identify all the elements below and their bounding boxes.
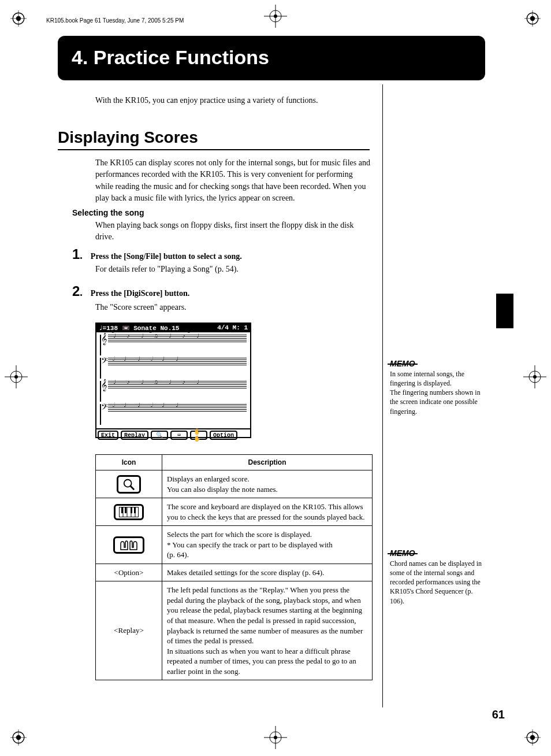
score-option-button[interactable]: Option bbox=[210, 431, 237, 440]
option-label: <Option> bbox=[96, 564, 162, 581]
hands-icon[interactable]: ✋✋ bbox=[190, 431, 207, 440]
memo-text: In some internal songs, the fingering is… bbox=[390, 370, 481, 416]
table-header-desc: Description bbox=[162, 455, 373, 470]
table-row: Displays an enlarged score.You can also … bbox=[96, 470, 373, 498]
step-1: 1. Press the [Song/File] button to selec… bbox=[72, 246, 373, 262]
step-1-body: For details refer to "Playing a Song" (p… bbox=[95, 265, 239, 274]
memo-note-2: MEMO Chord names can be displayed in som… bbox=[390, 548, 488, 606]
side-registration-icon bbox=[264, 726, 287, 751]
replay-label: <Replay> bbox=[96, 581, 162, 680]
score-time-sig: 4/4 bbox=[217, 324, 229, 331]
score-replay-button[interactable]: Replay bbox=[121, 431, 148, 440]
step-2: 2. Press the [DigiScore] button. bbox=[72, 283, 373, 299]
table-row: <Replay> The left pedal functions as the… bbox=[96, 581, 373, 680]
side-registration-icon bbox=[523, 365, 546, 391]
registration-mark-icon bbox=[524, 729, 541, 746]
svg-line-33 bbox=[131, 486, 134, 489]
step-2-body: The "Score screen" appears. bbox=[95, 303, 187, 312]
table-row: Selects the part for which the score is … bbox=[96, 526, 373, 564]
keyboard-icon bbox=[114, 504, 144, 520]
hands-icon bbox=[113, 536, 144, 554]
margin-divider bbox=[382, 84, 383, 707]
registration-mark-icon bbox=[524, 10, 541, 27]
side-registration-icon bbox=[264, 5, 287, 30]
svg-point-27 bbox=[274, 14, 277, 18]
score-toolbar: Exit Replay 🔍 ⌨ ✋✋ Option bbox=[96, 428, 250, 441]
section-heading: Displaying Scores bbox=[58, 128, 370, 150]
chapter-title: 4. Practice Functions bbox=[72, 46, 471, 69]
table-desc: The left pedal functions as the "Replay.… bbox=[162, 581, 373, 680]
table-row: <Option> Makes detailed settings for the… bbox=[96, 564, 373, 581]
side-registration-icon bbox=[5, 365, 28, 391]
score-exit-button[interactable]: Exit bbox=[98, 431, 118, 440]
table-row: The score and keyboard are displayed on … bbox=[96, 498, 373, 526]
svg-point-31 bbox=[274, 736, 277, 739]
memo-label-icon: MEMO bbox=[390, 358, 415, 369]
icon-description-table: Icon Description Displays an enlarged sc… bbox=[95, 454, 373, 680]
svg-point-19 bbox=[14, 375, 18, 379]
table-desc: Selects the part for which the score is … bbox=[162, 526, 373, 564]
svg-point-32 bbox=[124, 479, 132, 487]
step-title: Press the [Song/File] button to select a… bbox=[91, 252, 242, 261]
svg-rect-36 bbox=[125, 507, 126, 513]
print-header-line: KR105.book Page 61 Tuesday, June 7, 2005… bbox=[46, 17, 184, 24]
table-desc: Makes detailed settings for the score di… bbox=[162, 564, 373, 581]
score-staves: 1 2 3 𝄞 ♩ ♪ ♩ ♫ ♩ ♪ ♩ 𝄢 𝅗𝅥 ♩ ♩ 𝅗𝅥 ♩ ♩ 𝄞 … bbox=[96, 332, 250, 428]
table-desc: The score and keyboard are displayed on … bbox=[162, 498, 373, 526]
magnify-icon bbox=[117, 475, 141, 494]
registration-mark-icon bbox=[10, 10, 27, 27]
subsection-body: When playing back songs on floppy disks,… bbox=[95, 220, 367, 242]
magnify-icon[interactable]: 🔍 bbox=[151, 431, 168, 440]
score-screen: ♩=138 📼 Sonate No.15 4/4 M: 1 1 2 3 𝄞 ♩ … bbox=[95, 323, 251, 438]
keyboard-icon[interactable]: ⌨ bbox=[170, 431, 188, 440]
memo-text: Chord names can be displayed in some of … bbox=[390, 559, 482, 605]
score-measure: M: 1 bbox=[233, 324, 248, 331]
chapter-side-tab bbox=[496, 294, 513, 328]
step-number: 2 bbox=[72, 283, 80, 299]
page-number: 61 bbox=[492, 708, 505, 721]
subsection-heading: Selecting the song bbox=[72, 208, 144, 217]
table-header-icon: Icon bbox=[96, 455, 162, 470]
registration-mark-icon bbox=[10, 729, 27, 746]
step-title: Press the [DigiScore] button. bbox=[91, 289, 189, 298]
memo-label-icon: MEMO bbox=[390, 548, 415, 559]
table-desc: Displays an enlarged score.You can also … bbox=[162, 470, 373, 498]
step-number: 1 bbox=[72, 246, 80, 262]
intro-paragraph: With the KR105, you can enjoy practice u… bbox=[95, 95, 373, 106]
memo-note-1: MEMO In some internal songs, the fingeri… bbox=[390, 358, 488, 416]
section-body: The KR105 can display scores not only fo… bbox=[95, 157, 373, 204]
chapter-title-bar: 4. Practice Functions bbox=[58, 36, 485, 80]
svg-point-23 bbox=[533, 375, 537, 379]
